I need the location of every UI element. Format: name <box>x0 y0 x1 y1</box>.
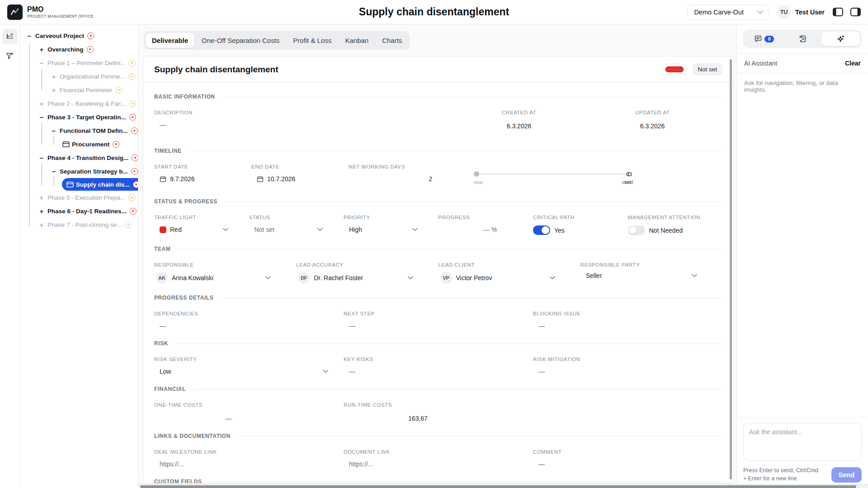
status-select[interactable]: Not set <box>249 226 344 233</box>
send-button[interactable]: Send <box>831 467 862 483</box>
sidebar-tree-item[interactable]: − Phase 4 - Transition Desig... <box>38 151 138 164</box>
chevron-down-icon <box>550 276 555 280</box>
lead-accuracy-select[interactable]: DF Dr. Rachel Foster <box>296 272 438 284</box>
end-date-picker[interactable]: 10.7.2026 <box>251 175 349 183</box>
expander-icon[interactable]: − <box>50 168 58 175</box>
slider-track <box>474 174 632 175</box>
tree-item-label: Phase 5 - Execution Prepa... <box>47 194 125 201</box>
tab-charts[interactable]: Charts <box>376 33 408 48</box>
sidebar-tree-item[interactable]: − Carveout Project <box>25 29 98 42</box>
expander-icon[interactable]: − <box>38 59 46 67</box>
one-time-costs-value: — <box>154 415 344 422</box>
start-date-picker[interactable]: 9.7.2026 <box>154 175 251 183</box>
blocking-issue-value[interactable]: — <box>533 322 722 329</box>
traffic-light-select[interactable]: Red <box>154 226 249 233</box>
document-link-input[interactable]: https://... <box>344 460 533 468</box>
progress-value[interactable]: — % <box>439 226 497 233</box>
expander-icon[interactable]: + <box>38 46 46 53</box>
lead-client-select[interactable]: VP Victor Petrov <box>439 272 580 284</box>
card-icon[interactable] <box>62 141 70 147</box>
expander-icon[interactable]: + <box>38 221 46 229</box>
clear-button[interactable]: Clear <box>845 60 861 67</box>
avatar: DF <box>298 272 310 284</box>
critical-path-toggle[interactable] <box>533 225 550 235</box>
sidebar-tree-item[interactable]: + Financial Perimeter <box>50 83 126 97</box>
management-attention-toggle[interactable] <box>628 225 645 235</box>
tab-comments[interactable]: 0 <box>745 32 783 46</box>
field-status: STATUS Not set <box>249 215 344 235</box>
slider-now-handle[interactable] <box>474 171 479 177</box>
card-icon[interactable] <box>66 182 74 188</box>
sidebar-tree-item[interactable]: − Phase 3 - Target Operatin... <box>38 110 138 124</box>
sidebar-tree-item[interactable]: Procurement <box>62 137 123 151</box>
sidebar-tree-item[interactable]: + Phase 5 - Execution Prepa... <box>38 191 138 204</box>
risk-severity-select[interactable]: Low <box>154 368 344 375</box>
horizontal-scrollbar[interactable] <box>138 484 868 488</box>
net-working-days-value: 2 <box>349 175 432 183</box>
traffic-light-indicator[interactable] <box>661 64 688 75</box>
sidebar-tree-item[interactable]: + Overarching <box>38 42 98 56</box>
risk-mitigation-value[interactable]: — <box>533 368 722 375</box>
slider-end-handle[interactable] <box>628 172 632 176</box>
sidebar-tree-item[interactable]: − Phase 1 – Perimeter Defini... <box>38 56 138 70</box>
comment-value[interactable]: — <box>533 460 722 468</box>
field-deal-milestone-link: DEAL MILESTONE LINK https://... <box>154 449 344 468</box>
tab-profit-loss[interactable]: Profit & Loss <box>287 33 338 48</box>
responsible-select[interactable]: AK Anna Kowalski <box>154 272 296 284</box>
tab-one-off-separation-costs[interactable]: One-Off Separation Costs <box>195 33 286 48</box>
sidebar-tree-item[interactable]: Supply chain dis... <box>62 178 138 191</box>
deal-milestone-link-input[interactable]: https://... <box>154 460 344 468</box>
expander-icon[interactable]: − <box>25 32 33 40</box>
next-step-value[interactable]: — <box>344 322 533 329</box>
expander-icon[interactable]: − <box>38 113 46 121</box>
filter-add-icon[interactable] <box>2 48 18 63</box>
sidebar-tree-item[interactable]: + Phase 6 - Day-1 Readines... <box>38 204 138 218</box>
section-status-progress: STATUS & PROGRESS TRAFFIC LIGHT Red <box>154 198 722 235</box>
main-content: DeliverableOne-Off Separation CostsProfi… <box>138 24 736 488</box>
expander-icon[interactable]: − <box>38 154 46 162</box>
sidebar-tree-item[interactable]: − Functional TOM Defin... <box>50 124 138 137</box>
tab-deliverable[interactable]: Deliverable <box>146 33 194 48</box>
field-next-step: NEXT STEP — <box>344 311 533 329</box>
tree-view-icon[interactable] <box>2 29 18 44</box>
description-value[interactable]: — <box>154 121 456 128</box>
chevron-down-icon <box>692 274 697 277</box>
key-risks-value[interactable]: — <box>344 368 533 375</box>
project-selector-dropdown[interactable]: Demo Carve-Out <box>687 5 769 20</box>
responsible-party-select[interactable]: Seller <box>580 272 722 279</box>
expander-icon[interactable]: − <box>50 127 58 135</box>
expander-icon[interactable]: + <box>38 194 46 202</box>
expander-icon[interactable]: + <box>50 86 58 94</box>
status-circle-icon <box>129 114 136 121</box>
sidebar-tree-item[interactable]: − Separation Strategy b... <box>50 164 138 178</box>
send-hint-text: Press Enter to send, Ctrl/Cmd + Enter fo… <box>743 466 822 483</box>
sidebar-tree-item[interactable]: + Phase 2 - Baselining & Fac... <box>38 97 138 110</box>
tree-item-label: Carveout Project <box>35 33 84 39</box>
status-circle-icon <box>129 60 136 66</box>
sidebar-tree-item[interactable]: + Organizational Perime... <box>50 70 138 83</box>
expander-icon[interactable]: + <box>50 73 58 80</box>
tab-history[interactable] <box>783 32 822 46</box>
user-menu[interactable]: TU Test User <box>777 5 825 19</box>
expander-icon[interactable]: + <box>38 207 46 215</box>
card-vertical-scrollbar[interactable] <box>730 59 732 479</box>
tab-ai-assistant[interactable] <box>821 32 860 46</box>
panel-left-toggle[interactable] <box>833 8 843 16</box>
field-net-working-days: NET WORKING DAYS 2 <box>349 164 446 188</box>
section-custom-fields: CUSTOM FIELDS IS CRITICAL PATH <box>154 479 722 483</box>
status-circle-icon <box>130 208 137 215</box>
tree-item-label: Financial Perimeter <box>60 87 112 94</box>
dependencies-value[interactable]: — <box>154 322 344 329</box>
field-risk-mitigation: RISK MITIGATION — <box>533 357 722 375</box>
avatar: VP <box>440 272 452 284</box>
horizontal-scrollbar-thumb[interactable] <box>140 485 856 488</box>
priority-select[interactable]: High <box>344 226 439 233</box>
panel-right-toggle[interactable] <box>850 8 861 16</box>
tree-item-label: Phase 3 - Target Operatin... <box>47 114 126 121</box>
sidebar-tree-items: − Carveout Project + Overarching − Phase… <box>20 29 138 231</box>
ai-message-input[interactable] <box>743 423 862 461</box>
sidebar-tree-item[interactable]: + Phase 7 - Post-closing se... <box>38 218 136 231</box>
expander-icon[interactable]: + <box>38 100 46 108</box>
tab-kanban[interactable]: Kanban <box>339 33 375 48</box>
field-one-time-costs: ONE-TIME COSTS — <box>154 402 344 422</box>
